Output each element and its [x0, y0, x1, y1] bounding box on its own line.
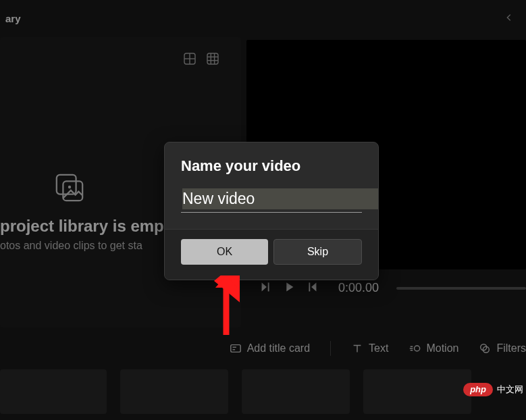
- svg-point-14: [415, 346, 420, 351]
- toolbar-separator: [330, 341, 331, 356]
- storyboard-clip[interactable]: [363, 369, 471, 414]
- add-title-card-button[interactable]: Add title card: [230, 342, 310, 355]
- header-title: ary: [5, 13, 21, 24]
- playback-time: 0:00.00: [338, 281, 379, 295]
- storyboard-clip[interactable]: [0, 369, 107, 414]
- seek-slider[interactable]: [396, 287, 526, 290]
- watermark-badge: php: [463, 383, 493, 396]
- name-video-dialog: Name your video ✕ OK Skip: [164, 142, 379, 280]
- svg-rect-11: [230, 345, 240, 352]
- storyboard-toolbar: Add title card Text Motion Filters: [0, 327, 526, 368]
- storyboard-clip[interactable]: [242, 369, 350, 414]
- view-toggle: [183, 52, 219, 68]
- back-icon[interactable]: [281, 13, 521, 24]
- play-icon[interactable]: [282, 280, 296, 297]
- skip-button[interactable]: Skip: [273, 239, 362, 265]
- watermark: php 中文网: [463, 383, 523, 396]
- previous-frame-icon[interactable]: [259, 280, 273, 297]
- svg-point-10: [68, 186, 71, 188]
- dialog-title: Name your video: [181, 157, 362, 175]
- motion-label: Motion: [426, 342, 458, 355]
- grid-small-icon[interactable]: [206, 52, 219, 68]
- grid-large-icon[interactable]: [183, 52, 196, 68]
- text-button[interactable]: Text: [351, 342, 388, 355]
- next-frame-icon[interactable]: [305, 280, 319, 297]
- add-title-card-label: Add title card: [247, 342, 310, 355]
- filters-button[interactable]: Filters: [479, 342, 526, 355]
- storyboard-clip[interactable]: [120, 369, 228, 414]
- filters-label: Filters: [496, 342, 526, 355]
- ok-button[interactable]: OK: [181, 239, 268, 265]
- svg-rect-8: [57, 175, 76, 194]
- header: ary: [0, 0, 526, 37]
- svg-rect-3: [207, 53, 218, 64]
- storyboard-track: [0, 368, 526, 414]
- watermark-text: 中文网: [497, 384, 523, 396]
- text-label: Text: [369, 342, 388, 355]
- photos-icon: [54, 172, 85, 203]
- video-name-input[interactable]: [182, 188, 379, 209]
- svg-rect-9: [63, 181, 82, 201]
- motion-button[interactable]: Motion: [409, 342, 458, 355]
